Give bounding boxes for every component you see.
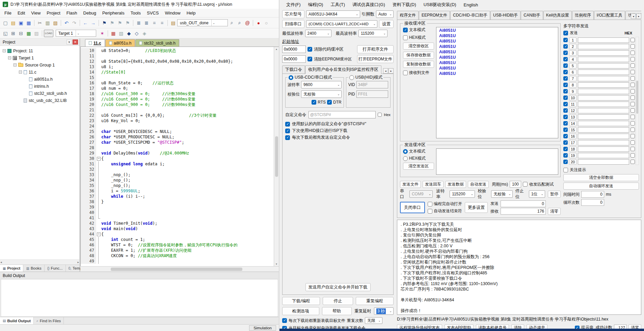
rebuild-icon[interactable]: ⊟ xyxy=(17,30,25,37)
assistant-tab-8[interactable]: I/O口配置工具 xyxy=(594,11,625,20)
stopbit-select[interactable]: 1位⌄ xyxy=(529,190,545,198)
send-custom-cmd-button[interactable]: 发送用户自定义命令并开始下载 xyxy=(305,283,371,291)
redo-icon[interactable]: ↷ xyxy=(71,19,78,27)
row-send-checkbox[interactable] xyxy=(563,70,568,74)
stop-button[interactable]: 停止 xyxy=(323,297,353,305)
book-icon[interactable]: ▤ xyxy=(169,19,177,27)
editor-tab-11-c[interactable]: 11.c xyxy=(85,39,105,47)
dock-tab-build-output[interactable]: ▤Build Output xyxy=(0,317,34,324)
mesh-icon[interactable]: ◈ xyxy=(141,30,148,37)
assistant-tab-1[interactable]: 程序文件 xyxy=(397,11,419,20)
tab-reset-to-isp[interactable]: 收到用户命令后复位到ISP监控程序区 xyxy=(305,65,381,74)
send-data-button[interactable]: 发送数据 xyxy=(445,181,466,188)
menu-edit[interactable]: Edit xyxy=(15,9,28,17)
open-file-icon[interactable]: ▤ xyxy=(9,19,17,27)
check-options-button[interactable]: 检测选项 xyxy=(282,307,319,315)
row-hex-checkbox[interactable] xyxy=(630,95,635,100)
row-hex-checkbox[interactable] xyxy=(630,102,635,106)
project-tree-hscrollbar[interactable]: ◂▸ xyxy=(0,259,79,265)
assistant-tab-4[interactable]: USB-HID助手 xyxy=(490,11,520,20)
fold-marker[interactable] xyxy=(96,258,101,264)
code-area[interactable]: 10u8 State3=0; //LED3初始状态1112u8 State[8]… xyxy=(81,47,274,266)
clear-code-buffer-checkbox[interactable] xyxy=(307,47,312,52)
tree-item[interactable]: −Project: 11 xyxy=(0,47,79,54)
fold-marker[interactable] xyxy=(96,248,101,253)
tree-item[interactable]: intrins.h xyxy=(0,83,79,90)
row-string-input[interactable] xyxy=(578,102,629,107)
baud-select[interactable]: 115200⌄ xyxy=(450,190,475,198)
menu-debug[interactable]: Debug xyxy=(80,9,99,17)
send-hex-mode-radio[interactable] xyxy=(403,156,408,161)
send-text-mode-radio[interactable] xyxy=(403,149,408,154)
isp-menu-t[interactable]: 工具(T) xyxy=(327,0,348,9)
row-number-button[interactable]: 5 xyxy=(569,63,576,68)
clear-eeprom-buffer-checkbox[interactable] xyxy=(307,57,312,61)
translate-icon[interactable]: ◱ xyxy=(2,30,9,37)
row-number-button[interactable]: 14 xyxy=(569,121,576,126)
row-hex-checkbox[interactable] xyxy=(630,83,635,87)
row-number-button[interactable]: 15 xyxy=(569,127,576,133)
row-send-checkbox[interactable] xyxy=(563,38,568,42)
save-icon[interactable]: ▣ xyxy=(17,19,25,27)
cdc-parity-select[interactable]: 无校验⌄ xyxy=(301,90,342,98)
build-output-content[interactable] xyxy=(1,279,278,317)
repeat-count-select[interactable]: 无限⌄ xyxy=(365,317,382,324)
tree-item[interactable]: ai8051u.h xyxy=(0,76,79,83)
eeprom-start-address-input[interactable] xyxy=(282,55,306,63)
row-send-checkbox[interactable] xyxy=(563,83,568,87)
row-string-input[interactable] xyxy=(578,50,629,56)
isp-menu-english[interactable]: English xyxy=(460,1,482,9)
fold-marker[interactable] xyxy=(96,210,101,215)
row-string-input[interactable] xyxy=(578,108,629,113)
fold-marker[interactable] xyxy=(96,215,101,221)
bookmark-next-icon[interactable]: ⚑ xyxy=(116,19,124,27)
fold-marker[interactable] xyxy=(96,253,101,258)
row-string-input[interactable] xyxy=(578,134,629,139)
download-icon[interactable]: LOAD xyxy=(44,30,53,37)
row-string-input[interactable] xyxy=(578,37,629,43)
new-file-icon[interactable]: ▢ xyxy=(2,19,9,27)
loop-count-value[interactable]: 0 xyxy=(581,199,604,206)
dl-tabs-right-icon[interactable]: ▸ xyxy=(388,68,394,74)
repeat-delay-select[interactable]: 3 秒⌄ xyxy=(374,307,394,315)
row-hex-checkbox[interactable] xyxy=(630,89,635,93)
row-number-button[interactable]: 13 xyxy=(569,114,576,120)
fold-marker[interactable] xyxy=(96,204,101,210)
row-send-checkbox[interactable] xyxy=(563,63,568,68)
more-settings-button[interactable]: 更多设置 xyxy=(465,202,488,213)
custom-cmd-hex-checkbox[interactable] xyxy=(378,113,382,117)
target-options-wand-icon[interactable]: ✶ xyxy=(99,30,106,37)
scan-port-button[interactable]: 扫描串口 xyxy=(282,20,304,28)
row-hex-checkbox[interactable] xyxy=(630,70,635,74)
send-cr-button[interactable]: 发送回车 xyxy=(423,181,444,188)
comment-icon[interactable]: ≡ xyxy=(151,19,158,27)
assistant-tab-3[interactable]: CDC/HID-串口助手 xyxy=(450,11,490,20)
usb-hid-mode-radio[interactable] xyxy=(349,75,354,80)
row-number-button[interactable]: 9 xyxy=(569,89,576,94)
menu-project[interactable]: Project xyxy=(44,9,63,17)
parity-select[interactable]: 无校验⌄ xyxy=(491,190,513,198)
fold-marker[interactable] xyxy=(96,231,101,237)
row-string-input[interactable] xyxy=(578,121,629,126)
editor-hscrollbar[interactable] xyxy=(80,266,279,272)
fold-marker[interactable] xyxy=(96,156,101,161)
dl-tabs-left-icon[interactable]: ◂ xyxy=(383,68,388,74)
paste-icon[interactable]: ▧ xyxy=(52,19,59,27)
send-file-button[interactable]: 发送文件 xyxy=(400,181,421,188)
multi-project-icon[interactable]: ▧ xyxy=(117,30,125,37)
menu-view[interactable]: View xyxy=(28,9,44,17)
row-number-button[interactable]: 17 xyxy=(569,140,576,145)
row-number-button[interactable]: 11 xyxy=(569,102,576,107)
row-send-checkbox[interactable] xyxy=(563,147,568,151)
dock-tab-books[interactable]: ▥Books xyxy=(23,265,44,272)
row-send-checkbox[interactable] xyxy=(563,102,568,106)
help-button[interactable]: 帮助 xyxy=(322,307,352,315)
outdent-icon[interactable]: ≣ xyxy=(143,19,150,27)
row-string-input[interactable] xyxy=(578,127,629,133)
row-hex-checkbox[interactable] xyxy=(630,63,635,68)
code-start-address-input[interactable] xyxy=(282,46,306,53)
send-text-area[interactable] xyxy=(436,148,558,175)
option-checkbox-2[interactable] xyxy=(285,129,290,133)
clear-counts-button[interactable]: 清零 xyxy=(548,208,561,215)
auto-send-button[interactable]: 自动发送 xyxy=(468,181,489,188)
